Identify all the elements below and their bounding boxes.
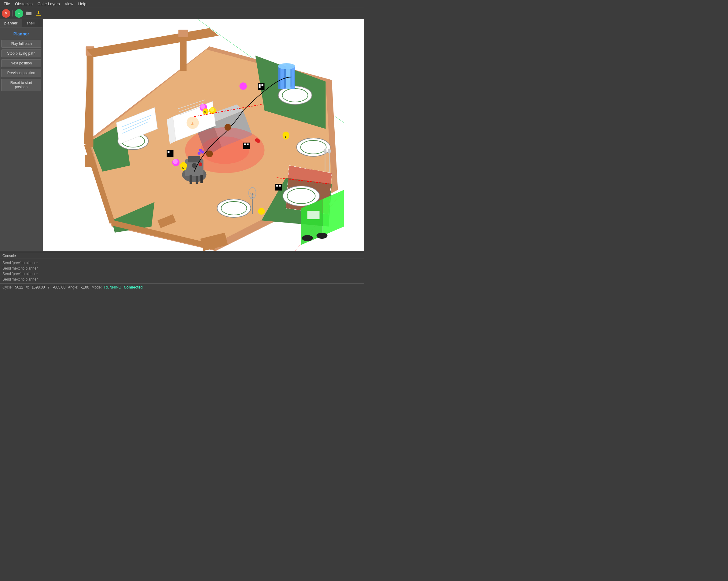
close-button[interactable]: ×	[2, 9, 10, 18]
menu-cake-layers[interactable]: Cake Layers	[35, 1, 62, 7]
connected-status: Connected	[124, 285, 143, 289]
x-value: 1698.00	[31, 285, 45, 289]
viewport[interactable]: 🎂	[43, 19, 364, 251]
svg-line-106	[87, 62, 90, 144]
y-value: -805.00	[53, 285, 66, 289]
console-line-0: Send 'prev' to planner	[2, 260, 362, 266]
svg-point-47	[199, 162, 202, 166]
download-button[interactable]	[34, 9, 43, 18]
svg-point-101	[199, 149, 202, 152]
scene-svg: 🎂	[43, 19, 364, 251]
svg-rect-68	[276, 185, 278, 187]
console-line-3: Send 'next' to planner	[2, 277, 362, 282]
mode-label: Mode:	[92, 285, 102, 289]
reset-to-start-button[interactable]: Reset to start position	[1, 79, 41, 91]
svg-point-100	[206, 150, 213, 157]
svg-rect-69	[279, 185, 281, 187]
svg-rect-73	[244, 143, 246, 145]
svg-point-81	[210, 108, 214, 112]
svg-rect-64	[259, 84, 261, 86]
svg-rect-74	[247, 143, 249, 145]
svg-point-78	[173, 159, 178, 164]
next-position-button[interactable]: Next position	[1, 59, 41, 67]
svg-point-84	[258, 208, 265, 215]
toolbar-separator-1	[12, 10, 13, 17]
add-button[interactable]: +	[15, 9, 23, 18]
console-title: Console	[0, 253, 364, 259]
play-full-path-button[interactable]: Play full path	[1, 40, 41, 48]
angle-label: Angle:	[68, 285, 78, 289]
console-line-1: Send 'next' to planner	[2, 266, 362, 271]
cycle-value: 5622	[15, 285, 23, 289]
svg-rect-109	[85, 155, 91, 167]
svg-rect-111	[179, 30, 188, 37]
cycle-label: Cycle:	[2, 285, 12, 289]
svg-text:5: 5	[205, 110, 206, 113]
menu-file[interactable]: File	[1, 1, 12, 7]
menu-obstacles[interactable]: Obstacles	[12, 1, 35, 7]
svg-point-76	[201, 104, 205, 109]
svg-rect-65	[262, 84, 263, 86]
folder-button[interactable]	[24, 9, 33, 18]
svg-rect-45	[201, 175, 203, 183]
svg-point-19	[221, 201, 247, 215]
svg-point-94	[324, 149, 327, 154]
console-area: Console Send 'prev' to planner Send 'nex…	[0, 253, 364, 283]
svg-rect-0	[36, 15, 41, 16]
board-scene: 🎂	[43, 19, 364, 251]
svg-rect-42	[188, 156, 201, 162]
angle-value: -1.00	[81, 285, 89, 289]
console-line-2: Send 'prev' to planner	[2, 271, 362, 277]
svg-point-29	[201, 136, 250, 164]
svg-point-102	[201, 150, 205, 154]
tab-planner[interactable]: planner	[0, 19, 22, 27]
toolbar: × +	[0, 8, 364, 19]
svg-point-103	[198, 152, 201, 155]
panel-title: Planner	[1, 30, 41, 38]
svg-point-13	[282, 88, 308, 102]
tab-shell[interactable]: shell	[22, 19, 39, 27]
svg-text:1: 1	[285, 135, 286, 138]
main-content: planner shell Planner Play full path Sto…	[0, 19, 364, 251]
svg-point-15	[301, 140, 327, 154]
menubar: File Obstacles Cake Layers View Help	[0, 0, 364, 8]
svg-point-98	[255, 138, 259, 142]
svg-point-34	[278, 63, 295, 69]
y-label: Y:	[47, 285, 51, 289]
svg-text:5: 5	[182, 166, 184, 169]
svg-text:🎂: 🎂	[191, 121, 194, 125]
left-panel: planner shell Planner Play full path Sto…	[0, 19, 43, 251]
menu-help[interactable]: Help	[76, 1, 89, 7]
tabs: planner shell	[0, 19, 43, 27]
lower-section: · · · · · · Console Send 'prev' to plann…	[0, 251, 364, 290]
svg-point-99	[225, 124, 231, 131]
svg-point-96	[328, 149, 331, 154]
svg-point-17	[287, 188, 315, 204]
svg-rect-37	[308, 211, 320, 219]
previous-position-button[interactable]: Previous position	[1, 69, 41, 77]
svg-point-79	[240, 82, 247, 90]
statusbar: Cycle: 5622 X: 1698.00 Y: -805.00 Angle:…	[0, 283, 364, 290]
svg-point-38	[302, 235, 313, 241]
svg-rect-43	[190, 175, 192, 184]
svg-rect-71	[168, 151, 170, 153]
stop-playing-path-button[interactable]: Stop playing path	[1, 50, 41, 57]
menu-view[interactable]: View	[62, 1, 76, 7]
svg-rect-66	[259, 86, 261, 88]
svg-rect-44	[196, 176, 198, 184]
panel-buttons: Planner Play full path Stop playing path…	[0, 27, 43, 93]
svg-rect-33	[291, 66, 295, 89]
console-content: Send 'prev' to planner Send 'next' to pl…	[0, 259, 364, 283]
svg-point-39	[317, 233, 328, 239]
x-label: X:	[26, 285, 29, 289]
mode-value: RUNNING	[104, 285, 121, 289]
